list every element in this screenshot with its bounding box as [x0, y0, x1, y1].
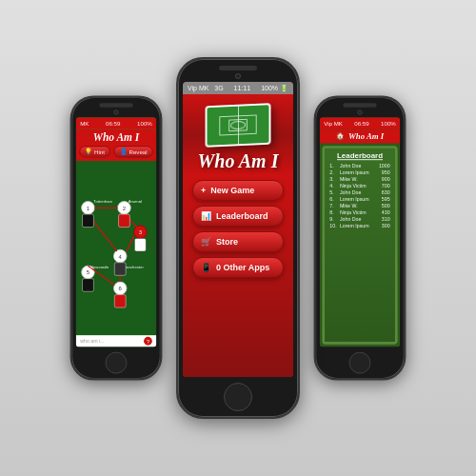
lb-rank-2: 2.	[329, 170, 340, 175]
lb-row-3: 3. Mike W. 900	[328, 176, 392, 183]
svg-text:1: 1	[87, 206, 89, 211]
lb-row-8: 8. Ninja Victim 430	[328, 209, 392, 216]
center-phone-screen: Vip MK 3G 11:11 100% 🔋 Who Am I	[183, 82, 293, 377]
lb-name-9: John Doe	[340, 217, 382, 222]
hint-button[interactable]: 💡 Hint	[79, 146, 110, 157]
lb-name-7: Mike W.	[340, 204, 382, 208]
lb-score-2: 950	[382, 170, 390, 175]
lb-row-9: 9. John Doe 310	[328, 216, 392, 223]
lb-rank-8: 8.	[329, 210, 340, 215]
help-button[interactable]: ?	[144, 337, 152, 346]
new-game-label: New Game	[210, 186, 254, 195]
lb-rank-3: 3.	[329, 177, 340, 182]
lb-row-6: 6. Lorem Ipsum 595	[328, 196, 392, 203]
hint-icon: 💡	[85, 149, 92, 155]
left-status-bar: MK 06:59 100%	[76, 117, 156, 129]
center-phone-camera	[235, 73, 241, 79]
lb-row-1: 1. John Doe 1000	[328, 163, 392, 169]
lb-score-8: 430	[382, 210, 390, 215]
store-icon: 🛒	[201, 237, 211, 247]
svg-rect-25	[114, 263, 126, 276]
new-game-button[interactable]: + New Game	[192, 180, 284, 201]
home-icon[interactable]: 🏠	[336, 132, 345, 140]
lb-score-7: 500	[382, 204, 390, 208]
right-carrier: Vip MK	[324, 120, 343, 126]
lb-rank-1: 1.	[329, 164, 340, 169]
lb-name-4: Ninja Victim	[340, 184, 382, 188]
svg-rect-23	[119, 214, 130, 228]
lb-row-4: 4. Ninja Victim 700	[328, 183, 392, 189]
lb-name-2: Lorem Ipsum	[340, 170, 382, 175]
left-battery: 100%	[137, 120, 152, 126]
lb-row-7: 7. Mike W. 500	[328, 203, 392, 209]
hint-label: Hint	[94, 149, 105, 154]
svg-text:2: 2	[123, 206, 126, 211]
center-time: 11:11	[234, 85, 251, 91]
search-input: who am i...	[80, 339, 141, 344]
svg-rect-24	[134, 238, 146, 251]
lb-rank-6: 6.	[329, 197, 340, 202]
left-phone-screen: MK 06:59 100% Who Am I 💡 Hint 👤 Reveal	[76, 117, 156, 347]
lb-rank-5: 5.	[329, 190, 340, 195]
svg-text:Newcastle: Newcastle	[90, 265, 109, 269]
lb-name-1: John Doe	[340, 164, 379, 169]
leaderboard-label: Leaderboard	[216, 211, 268, 221]
search-bar[interactable]: who am i... ?	[76, 335, 156, 347]
lb-rank-10: 10.	[329, 224, 340, 228]
lb-score-5: 630	[382, 190, 390, 195]
connections-svg: 1 2 3 4 5 6	[76, 161, 156, 335]
store-label: Store	[216, 237, 238, 247]
svg-line-15	[127, 236, 134, 251]
lb-rank-7: 7.	[329, 204, 340, 208]
lb-name-8: Ninja Victim	[340, 210, 382, 215]
left-action-buttons: 💡 Hint 👤 Reveal	[79, 146, 153, 157]
gameplay-area: 1 2 3 4 5 6	[76, 161, 156, 335]
left-home-button[interactable]	[106, 352, 128, 374]
left-header: Who Am I 💡 Hint 👤 Reveal	[76, 129, 156, 161]
reveal-button[interactable]: 👤 Reveal	[114, 146, 153, 157]
center-phone-speaker	[219, 66, 257, 70]
other-apps-label: 0 Other Apps	[216, 263, 269, 272]
leaderboard-title: Leaderboard	[328, 151, 392, 160]
lb-row-2: 2. Lorem Ipsum 950	[328, 169, 392, 176]
other-apps-button[interactable]: 📱 0 Other Apps	[192, 257, 284, 278]
right-phone: Vip MK 06:59 100% 🏠 Who Am I Leaderboard…	[314, 95, 407, 380]
left-phone-speaker	[99, 103, 132, 107]
right-phone-camera	[357, 109, 362, 114]
leaderboard-icon: 📊	[201, 211, 211, 221]
right-phone-screen: Vip MK 06:59 100% 🏠 Who Am I Leaderboard…	[320, 117, 400, 347]
lb-row-10: 10. Lorem Ipsum 300	[328, 223, 392, 229]
lb-score-6: 595	[382, 197, 390, 202]
right-app-title: Who Am I	[348, 131, 384, 141]
lb-score-4: 700	[382, 184, 390, 188]
right-time: 06:59	[354, 120, 368, 126]
svg-rect-27	[114, 295, 126, 308]
reveal-label: Reveal	[129, 149, 147, 154]
center-menu: + New Game 📊 Leaderboard 🛒 Store 📱 0 Oth…	[183, 175, 293, 377]
right-battery: 100%	[381, 120, 396, 126]
lb-score-3: 900	[382, 177, 390, 182]
lb-rank-4: 4.	[329, 184, 340, 188]
lb-score-10: 300	[382, 224, 390, 228]
right-status-bar: Vip MK 06:59 100%	[320, 117, 400, 129]
store-button[interactable]: 🛒 Store	[192, 231, 284, 252]
leaderboard-button[interactable]: 📊 Leaderboard	[192, 206, 284, 227]
other-apps-icon: 📱	[201, 263, 211, 272]
left-phone-camera	[113, 109, 118, 114]
svg-rect-26	[83, 279, 94, 292]
reveal-icon: 👤	[120, 149, 128, 155]
lb-row-5: 5. John Doe 630	[328, 189, 392, 196]
left-time: 06:59	[106, 120, 120, 126]
leaderboard-area: Leaderboard 1. John Doe 1000 2. Lorem Ip…	[322, 146, 397, 345]
center-logo-text: Who Am I	[198, 151, 279, 170]
left-carrier: MK	[80, 120, 89, 126]
center-battery: 100% 🔋	[261, 85, 288, 92]
center-phone: Vip MK 3G 11:11 100% 🔋 Who Am I	[176, 57, 300, 419]
phones-container: MK 06:59 100% Who Am I 💡 Hint 👤 Reveal	[64, 57, 412, 419]
left-app-title: Who Am I	[93, 130, 140, 144]
lb-name-10: Lorem Ipsum	[340, 224, 382, 228]
lb-rank-9: 9.	[329, 217, 340, 222]
right-home-button[interactable]	[349, 352, 371, 374]
right-phone-speaker	[343, 103, 376, 107]
center-home-button[interactable]	[224, 383, 252, 411]
